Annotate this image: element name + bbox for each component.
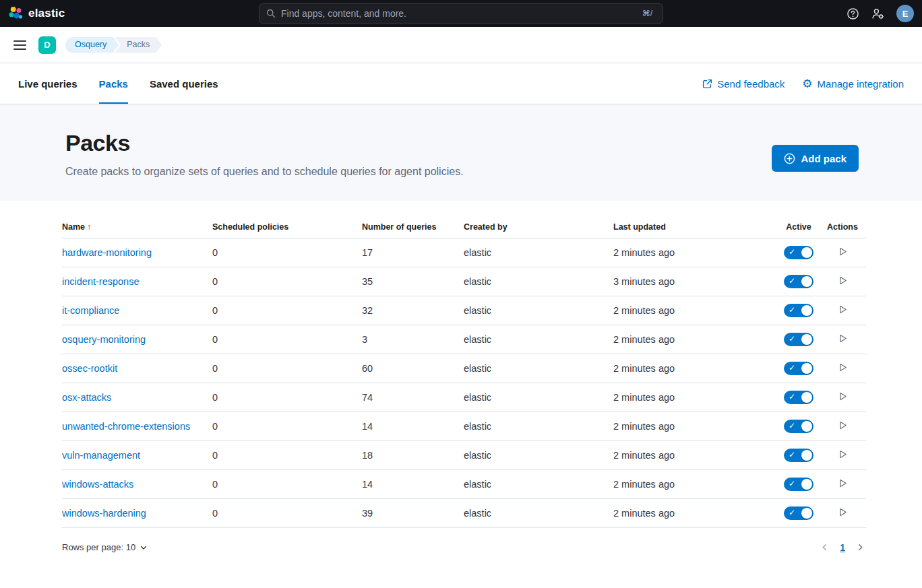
run-pack-button[interactable] <box>836 332 849 347</box>
tab-saved-queries[interactable]: Saved queries <box>150 63 218 104</box>
active-toggle[interactable] <box>784 507 813 520</box>
active-toggle[interactable] <box>784 449 813 462</box>
space-badge[interactable]: D <box>38 36 56 54</box>
toggle-knob <box>801 363 812 374</box>
previous-page-icon[interactable] <box>819 542 830 553</box>
table-header-row: Name↑ Scheduled policies Number of queri… <box>62 216 866 238</box>
pack-name-link[interactable]: windows-hardening <box>62 508 146 519</box>
play-icon <box>838 247 848 257</box>
page-number-1[interactable]: 1 <box>840 542 845 553</box>
help-icon[interactable] <box>847 7 859 20</box>
send-feedback-link[interactable]: Send feedback <box>702 78 785 90</box>
active-toggle[interactable] <box>784 304 813 317</box>
number-of-queries-cell: 35 <box>362 267 464 296</box>
created-by-cell: elastic <box>464 412 613 441</box>
breadcrumb-osquery[interactable]: Osquery <box>65 37 119 53</box>
column-name-label: Name <box>62 222 85 232</box>
user-avatar[interactable]: E <box>896 5 914 22</box>
space-initial: D <box>44 40 50 50</box>
tab-live-queries[interactable]: Live queries <box>18 63 78 104</box>
pack-name-link[interactable]: it-compliance <box>62 305 119 316</box>
column-header-created-by[interactable]: Created by <box>464 216 613 238</box>
table-row: it-compliance 0 32 elastic 2 minutes ago <box>62 296 866 325</box>
manage-integration-link[interactable]: ⚙ Manage integration <box>802 78 904 90</box>
pack-name-link[interactable]: windows-attacks <box>62 479 133 490</box>
play-icon <box>838 362 848 372</box>
number-of-queries-cell: 18 <box>362 441 464 470</box>
pack-name-link[interactable]: ossec-rootkit <box>62 363 117 374</box>
created-by-cell: elastic <box>464 354 613 383</box>
last-updated-cell: 2 minutes ago <box>613 383 778 412</box>
add-pack-button[interactable]: Add pack <box>772 145 859 172</box>
run-pack-button[interactable] <box>836 303 849 318</box>
menu-icon[interactable] <box>11 38 29 53</box>
number-of-queries-cell: 60 <box>362 354 464 383</box>
rows-per-page-button[interactable]: Rows per page: 10 <box>62 542 148 552</box>
run-pack-button[interactable] <box>836 390 849 405</box>
active-toggle[interactable] <box>784 362 813 375</box>
toggle-knob <box>801 421 812 432</box>
elastic-logo-icon <box>8 6 23 21</box>
play-icon <box>838 420 848 430</box>
chevron-down-icon <box>140 544 148 552</box>
pack-name-link[interactable]: hardware-monitoring <box>62 247 152 258</box>
user-settings-icon[interactable] <box>871 7 884 20</box>
toggle-knob <box>801 392 812 403</box>
tab-packs[interactable]: Packs <box>99 63 128 104</box>
toggle-knob <box>801 305 812 316</box>
search-icon <box>266 9 276 18</box>
scheduled-policies-cell: 0 <box>212 354 362 383</box>
global-search-box[interactable]: ⌘/ <box>259 3 663 24</box>
pagination: 1 <box>819 542 866 553</box>
play-icon <box>838 333 848 344</box>
page-subtitle: Create packs to organize sets of queries… <box>65 166 464 178</box>
run-pack-button[interactable] <box>836 361 849 376</box>
search-input[interactable] <box>281 8 634 19</box>
elastic-brand[interactable]: elastic <box>8 6 65 21</box>
next-page-icon[interactable] <box>855 542 866 553</box>
pack-name-link[interactable]: incident-response <box>62 276 139 287</box>
run-pack-button[interactable] <box>836 245 849 260</box>
pack-name-link[interactable]: vuln-management <box>62 450 140 461</box>
number-of-queries-cell: 74 <box>362 383 464 412</box>
run-pack-button[interactable] <box>836 274 849 289</box>
active-toggle[interactable] <box>784 391 813 404</box>
send-feedback-label: Send feedback <box>717 78 785 90</box>
run-pack-button[interactable] <box>836 477 849 492</box>
active-toggle[interactable] <box>784 420 813 433</box>
toggle-knob <box>801 276 812 287</box>
run-pack-button[interactable] <box>836 448 849 463</box>
created-by-cell: elastic <box>464 296 613 325</box>
scheduled-policies-cell: 0 <box>212 238 362 267</box>
scheduled-policies-cell: 0 <box>212 499 362 528</box>
scheduled-policies-cell: 0 <box>212 383 362 412</box>
column-header-scheduled-policies[interactable]: Scheduled policies <box>212 216 362 238</box>
number-of-queries-cell: 14 <box>362 412 464 441</box>
active-toggle[interactable] <box>784 478 813 491</box>
active-toggle[interactable] <box>784 275 813 288</box>
last-updated-cell: 2 minutes ago <box>613 470 778 499</box>
sort-ascending-icon: ↑ <box>87 222 91 232</box>
pack-name-link[interactable]: unwanted-chrome-extensions <box>62 421 190 432</box>
scheduled-policies-cell: 0 <box>212 470 362 499</box>
column-header-name[interactable]: Name↑ <box>62 216 212 238</box>
active-toggle[interactable] <box>784 333 813 346</box>
toggle-knob <box>801 334 812 345</box>
number-of-queries-cell: 32 <box>362 296 464 325</box>
run-pack-button[interactable] <box>836 506 849 521</box>
number-of-queries-cell: 39 <box>362 499 464 528</box>
column-header-number-of-queries[interactable]: Number of queries <box>362 216 464 238</box>
created-by-cell: elastic <box>464 499 613 528</box>
pack-name-link[interactable]: osx-attacks <box>62 392 111 403</box>
toggle-knob <box>801 247 812 258</box>
created-by-cell: elastic <box>464 267 613 296</box>
active-toggle[interactable] <box>784 246 813 259</box>
run-pack-button[interactable] <box>836 419 849 434</box>
number-of-queries-cell: 3 <box>362 325 464 354</box>
rows-per-page-label: Rows per page: 10 <box>62 542 135 552</box>
pack-name-link[interactable]: osquery-monitoring <box>62 334 146 345</box>
table-row: unwanted-chrome-extensions 0 14 elastic … <box>62 412 866 441</box>
column-header-last-updated[interactable]: Last updated <box>613 216 778 238</box>
table-row: hardware-monitoring 0 17 elastic 2 minut… <box>62 238 866 267</box>
column-header-actions: Actions <box>819 216 866 238</box>
